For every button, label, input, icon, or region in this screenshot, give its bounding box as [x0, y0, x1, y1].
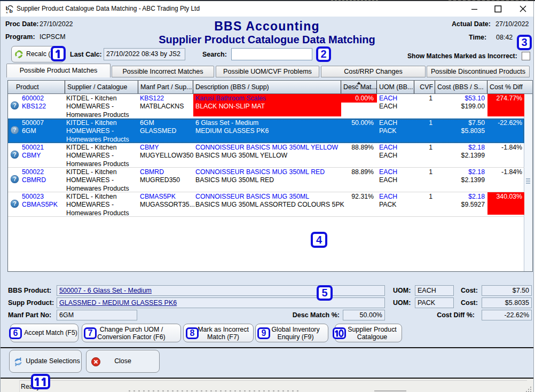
svg-text:s: s [6, 10, 8, 14]
svg-text:b: b [10, 7, 13, 14]
